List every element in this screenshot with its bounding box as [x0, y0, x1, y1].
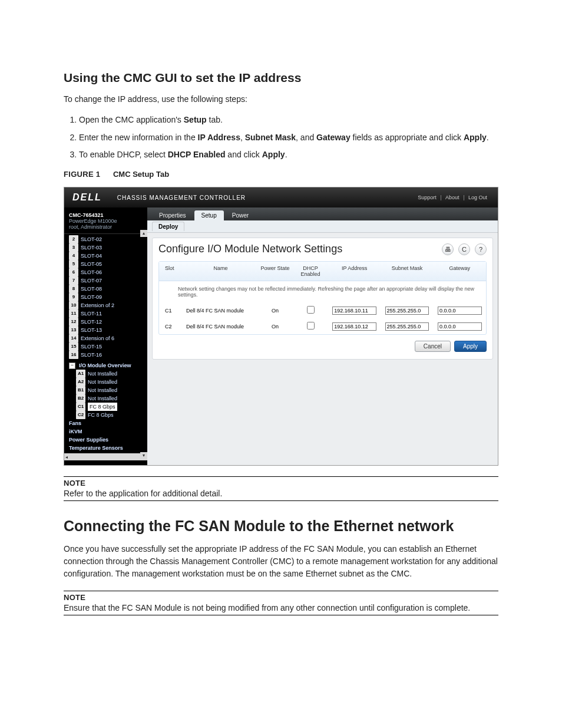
collapse-icon[interactable]: − [69, 363, 75, 369]
sidebar-slot[interactable]: 14Extension of 6 [68, 334, 145, 342]
divider [64, 500, 498, 501]
io-badge: C1 [76, 403, 85, 411]
slot-label: SLOT-06 [81, 268, 102, 276]
sidebar-slot[interactable]: 6SLOT-06 [68, 268, 145, 276]
sidebar-slot[interactable]: 5SLOT-05 [68, 260, 145, 268]
dhcp-checkbox[interactable] [307, 306, 315, 314]
sidebar-extra[interactable]: Power Supplies [68, 436, 145, 444]
mask-input[interactable] [385, 307, 429, 315]
io-label: Not Installed [88, 386, 117, 394]
slot-badge: 9 [69, 293, 78, 301]
step-1: Open the CMC application's Setup tab. [79, 114, 498, 127]
sidebar-extra[interactable]: Temperature Sensors [68, 444, 145, 452]
sidebar-io-item[interactable]: C1FC 8 Gbps [68, 403, 145, 411]
slot-badge: 8 [69, 285, 78, 293]
slot-label: SLOT-09 [81, 293, 102, 301]
main-pane: Properties Setup Power Deploy Configure … [147, 207, 498, 465]
tab-bar: Properties Setup Power [147, 207, 498, 220]
refresh-icon[interactable]: C [458, 243, 470, 255]
note-label: NOTE [64, 479, 498, 487]
cell-slot: C2 [159, 322, 184, 331]
gateway-input[interactable] [438, 322, 482, 331]
tab-setup[interactable]: Setup [194, 210, 224, 220]
extra-label: Temperature Sensors [69, 444, 123, 452]
sidebar-slot[interactable]: 4SLOT-04 [68, 252, 145, 260]
slot-label: SLOT-03 [81, 243, 102, 252]
sidebar-slot[interactable]: 13SLOT-13 [68, 326, 145, 334]
slot-label: SLOT-15 [81, 342, 102, 351]
logout-link[interactable]: Log Out [466, 195, 490, 200]
sidebar-slot[interactable]: 2SLOT-02 [68, 235, 145, 243]
slot-badge: 7 [69, 276, 78, 285]
slot-badge: 11 [69, 309, 78, 318]
sidebar-slot[interactable]: 10Extension of 2 [68, 301, 145, 309]
slot-badge: 5 [69, 260, 78, 268]
step-3: To enable DHCP, select DHCP Enabled and … [79, 149, 498, 162]
sidebar-io-item[interactable]: A2Not Installed [68, 378, 145, 386]
help-icon[interactable]: ? [475, 243, 487, 255]
slot-badge: 15 [69, 342, 78, 351]
gateway-input[interactable] [438, 307, 482, 315]
extra-label: iKVM [69, 427, 82, 436]
io-label: FC 8 Gbps [88, 411, 114, 419]
sidebar-slot[interactable]: 8SLOT-08 [68, 285, 145, 293]
slot-label: SLOT-02 [81, 235, 102, 243]
slot-label: SLOT-11 [81, 309, 102, 318]
cell-power-state: On [257, 307, 293, 315]
print-icon[interactable]: 🖶 [442, 243, 454, 255]
step-2: Enter the new information in the IP Addr… [79, 131, 498, 144]
mask-input[interactable] [385, 322, 429, 331]
sidebar-slot[interactable]: 15SLOT-15 [68, 342, 145, 351]
heading-connecting: Connecting the FC SAN Module to the Ethe… [64, 518, 498, 535]
slot-label: SLOT-05 [81, 260, 102, 268]
table-row: C2Dell 8/4 FC SAN moduleOn [159, 318, 486, 334]
sidebar-extra[interactable]: Fans [68, 419, 145, 427]
sidebar-slot[interactable]: 9SLOT-09 [68, 293, 145, 301]
dhcp-checkbox[interactable] [307, 322, 315, 330]
sidebar-hscroll[interactable]: ◂▸ [64, 453, 147, 460]
io-badge: A1 [76, 370, 85, 378]
sidebar-slot[interactable]: 12SLOT-12 [68, 318, 145, 326]
slot-badge: 2 [69, 235, 78, 243]
support-link[interactable]: Support [415, 195, 439, 200]
slot-label: SLOT-07 [81, 276, 102, 285]
content-panel: Configure I/O Module Network Settings 🖶 … [152, 238, 493, 360]
note-label: NOTE [64, 593, 498, 602]
slot-badge: 6 [69, 268, 78, 276]
io-label: Not Installed [88, 394, 117, 403]
io-badge: C2 [76, 411, 85, 419]
slot-label: SLOT-08 [81, 285, 102, 293]
heading-set-ip: Using the CMC GUI to set the IP address [64, 71, 498, 85]
sidebar-io-item[interactable]: B2Not Installed [68, 394, 145, 403]
sidebar-slot[interactable]: 11SLOT-11 [68, 309, 145, 318]
tab-power[interactable]: Power [225, 210, 256, 220]
sidebar-slot[interactable]: 16SLOT-16 [68, 351, 145, 359]
app-title: CHASSIS MANAGEMENT CONTROLLER [117, 195, 246, 201]
sidebar-extra[interactable]: iKVM [68, 427, 145, 436]
sidebar-io-item[interactable]: B1Not Installed [68, 386, 145, 394]
sidebar-io-item[interactable]: C2FC 8 Gbps [68, 411, 145, 419]
sidebar-slot[interactable]: 7SLOT-07 [68, 276, 145, 285]
ip-input[interactable] [332, 322, 376, 331]
cancel-button[interactable]: Cancel [415, 341, 451, 352]
sidebar-slot[interactable]: 3SLOT-03 [68, 243, 145, 252]
settings-table: Slot Name Power State DHCP Enabled IP Ad… [158, 261, 487, 335]
scroll-down-icon[interactable]: ▾ [140, 452, 147, 459]
intro-text: To change the IP address, use the follow… [64, 93, 498, 106]
table-header: Slot Name Power State DHCP Enabled IP Ad… [159, 262, 486, 281]
scroll-up-icon[interactable]: ▴ [140, 230, 147, 237]
cell-name: Dell 8/4 FC SAN module [184, 322, 257, 331]
cell-slot: C1 [159, 307, 184, 315]
subtab-deploy[interactable]: Deploy [152, 222, 184, 231]
io-label: Not Installed [88, 370, 117, 378]
cmc-header: DELL CHASSIS MANAGEMENT CONTROLLER Suppo… [64, 187, 498, 207]
slot-badge: 3 [69, 243, 78, 252]
io-module-overview[interactable]: −I/O Module Overview [68, 361, 145, 370]
about-link[interactable]: About [443, 195, 462, 200]
sidebar-io-item[interactable]: A1Not Installed [68, 370, 145, 378]
ip-input[interactable] [332, 307, 376, 315]
io-badge: B1 [76, 386, 85, 394]
steps-list: Open the CMC application's Setup tab. En… [64, 114, 498, 162]
apply-button[interactable]: Apply [454, 341, 487, 352]
tab-properties[interactable]: Properties [152, 210, 193, 220]
